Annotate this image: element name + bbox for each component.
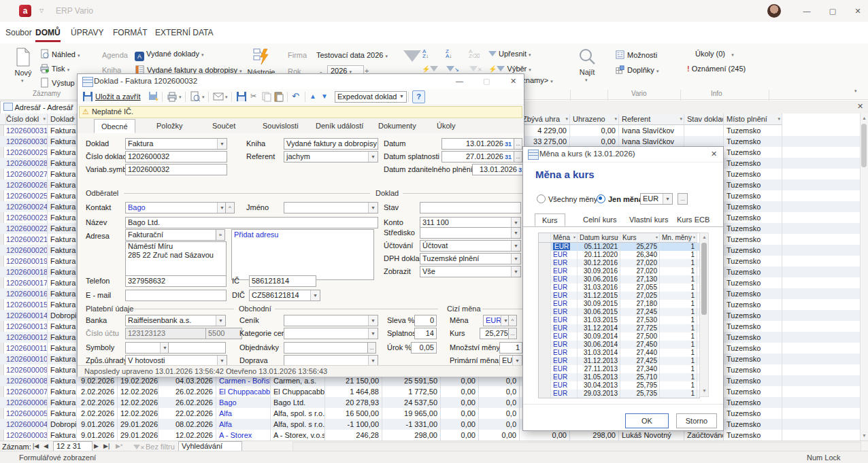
table-cell[interactable]: 0,0 [479, 375, 520, 386]
kurs-cell[interactable]: 1 [660, 275, 697, 284]
table-cell[interactable]: 0,00 [520, 430, 570, 441]
kurs-cell[interactable]: 1 [660, 284, 697, 292]
kurs-cell[interactable]: 31.03.2014 [578, 349, 620, 357]
table-cell[interactable]: 12.02.2026 [118, 397, 158, 408]
table-cell[interactable]: 12.02.2026 [118, 386, 158, 397]
mena-combo[interactable]: EUR▼ [483, 315, 511, 326]
table-cell[interactable]: Tuzemsko [724, 364, 782, 375]
table-cell[interactable]: Tuzemsko [724, 354, 782, 364]
table-cell[interactable]: Faktura [48, 408, 77, 419]
kurs-row[interactable]: EUR20.11.202026,3401 [539, 251, 699, 259]
table-cell[interactable]: 04.03.2026 [158, 375, 216, 386]
variab-symbol-field[interactable]: 1202600032 [125, 164, 227, 175]
table-cell[interactable]: A - Storex [216, 430, 271, 441]
last-record-button[interactable]: ▶| [103, 443, 110, 449]
datum-zdanitelneho-field[interactable]: 13.01.202631 [472, 164, 528, 175]
table-cell[interactable]: 1202600016 [3, 288, 48, 299]
table-cell[interactable]: Tuzemsko [724, 179, 782, 190]
menu-soubor[interactable]: Soubor [5, 28, 32, 37]
column-header[interactable]: Uhrazeno▾ [570, 114, 619, 125]
table-cell[interactable]: 1202600012 [3, 332, 48, 343]
copy-icon[interactable] [261, 91, 272, 102]
dialog-close-icon[interactable]: ✕ [510, 77, 516, 86]
table-cell[interactable]: Faktura [48, 321, 77, 332]
kurs-cell[interactable]: EUR [551, 300, 578, 308]
table-cell[interactable]: 1202600030 [3, 136, 48, 147]
table-cell[interactable]: 1202600025 [3, 190, 48, 201]
column-filter-icon[interactable]: ▾ [616, 233, 618, 242]
table-cell[interactable]: 33 275,00 [520, 136, 570, 147]
table-cell[interactable]: El Chuppacabbr [216, 386, 271, 397]
mena-select-combo[interactable]: EUR▼ [640, 193, 673, 205]
kurs-cell[interactable]: 25,275 [620, 243, 660, 251]
kurs-cell[interactable]: 31.12.2014 [578, 324, 620, 332]
kurs-cell[interactable]: 27,440 [620, 349, 660, 357]
table-cell[interactable]: Tuzemsko [724, 375, 782, 386]
kurs-cell[interactable]: 27,500 [620, 332, 660, 341]
pane-close-icon[interactable]: ✕ [857, 102, 863, 111]
column-filter-icon[interactable]: ▾ [656, 233, 658, 242]
tab-denik[interactable]: Deník událostí [309, 119, 370, 133]
table-cell[interactable]: Tuzemsko [724, 158, 782, 169]
stredisko-combo[interactable]: ▼ [420, 227, 521, 239]
table-cell[interactable]: 298,00 [382, 430, 441, 441]
kurs-cell[interactable]: 29.03.2013 [578, 390, 620, 398]
table-cell[interactable]: Alfa, spol. s r.o. [271, 419, 325, 430]
window-minimize-button[interactable]: — [801, 5, 812, 16]
kurs-cell[interactable]: 1 [660, 365, 697, 373]
symboly-combo[interactable]: ▼ [125, 342, 170, 354]
kurs-cell[interactable]: EUR [551, 292, 578, 300]
table-cell[interactable]: Tuzemsko [724, 245, 782, 256]
table-cell[interactable]: 0,00 [441, 430, 479, 441]
cenik-combo[interactable]: ▼ [284, 315, 378, 326]
table-cell[interactable]: 1202600024 [3, 201, 48, 212]
kurs-scrollbar-thumb[interactable] [701, 243, 707, 315]
kurs-cell[interactable]: 27,025 [620, 292, 660, 300]
objednavky-field[interactable] [284, 342, 369, 354]
tab-ukoly[interactable]: Úkoly [430, 119, 463, 133]
radio-vsechny-meny[interactable] [537, 194, 546, 203]
table-cell[interactable]: 0,0 [479, 386, 520, 397]
menu-format[interactable]: FORMÁT [113, 28, 148, 37]
kurs-row[interactable]: EUR05.11.202125,2751 [539, 243, 699, 251]
table-cell[interactable]: Alfa, spol. s r.o. [271, 408, 325, 419]
save-close-button[interactable]: Uložit a zavřít [95, 92, 141, 101]
save-as-icon[interactable] [148, 91, 159, 102]
adresa-more-button[interactable]: » [216, 229, 225, 241]
scroll-down-icon[interactable]: ▼ [862, 433, 867, 438]
kurs-cell[interactable]: 1 [660, 373, 697, 381]
table-cell[interactable]: Tuzemsko [724, 201, 782, 212]
table-cell[interactable]: Faktura [48, 430, 77, 441]
table-cell[interactable]: Tuzemsko [724, 343, 782, 354]
kurs-cell[interactable]: EUR [551, 284, 578, 292]
table-cell[interactable]: 246,28 [325, 430, 382, 441]
table-cell[interactable]: 0,00 [441, 419, 479, 430]
kurs-cell[interactable]: 27,340 [620, 365, 660, 373]
table-cell[interactable]: Alfa [216, 419, 271, 430]
menu-domu[interactable]: DOMŮ [35, 28, 61, 42]
table-cell[interactable]: 1202600013 [3, 321, 48, 332]
expedovat-combo[interactable]: Expedovat doklad ▼ [335, 91, 407, 103]
calendar-icon[interactable]: 31 [505, 154, 512, 160]
table-cell[interactable]: Faktura [48, 354, 77, 364]
window-maximize-button[interactable]: ▢ [827, 5, 838, 16]
filter-lightning-button[interactable]: ⚡ [422, 65, 438, 73]
kontakt-combo[interactable]: Bago▼ [125, 202, 227, 213]
table-cell[interactable]: Ivana Slavíčkov [619, 125, 684, 136]
kurs-cell[interactable]: EUR [551, 341, 578, 349]
table-cell[interactable]: Bago [216, 397, 271, 408]
kurs-cell[interactable]: 27,450 [620, 341, 660, 349]
table-cell[interactable]: Faktura [48, 190, 77, 201]
record-position[interactable]: 12 z 31 [53, 441, 93, 451]
table-cell[interactable]: Ivana Slavíčkov [619, 136, 684, 147]
sort-za-button[interactable]: ZA↓ [446, 49, 452, 58]
kurs-cell[interactable]: 30.12.2016 [578, 259, 620, 267]
table-cell[interactable]: Tuzemsko [724, 169, 782, 179]
tab-celni[interactable]: Celní kurs [576, 213, 624, 226]
kniha-field[interactable]: Vydané faktury a dobropisy [284, 138, 378, 150]
table-row[interactable]: 1202600003Faktura9.01.202629.01.202612.0… [0, 430, 860, 441]
new-record-nav-button[interactable]: ▶* [116, 443, 122, 449]
vyber-button[interactable]: ⚡ Výběr ▾ [488, 65, 531, 73]
kurs-column-header[interactable]: Mn. měny▾ [660, 233, 697, 243]
tab-dokumenty[interactable]: Dokumenty [371, 119, 423, 133]
